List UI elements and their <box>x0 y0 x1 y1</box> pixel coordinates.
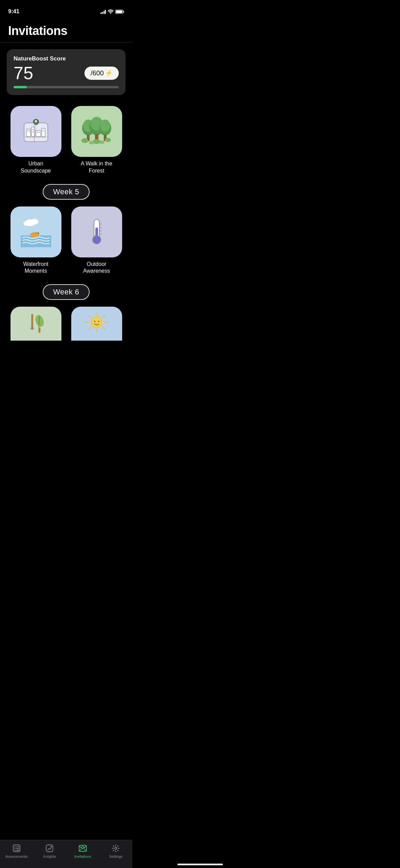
svg-point-33 <box>99 141 104 144</box>
progress-bar-background <box>14 86 119 88</box>
bolt-icon: ⚡ <box>105 69 113 77</box>
svg-rect-13 <box>39 132 40 133</box>
partial2-icon-wrap <box>71 307 122 341</box>
svg-point-66 <box>94 321 95 322</box>
activity-partial-1[interactable] <box>8 307 63 341</box>
svg-point-41 <box>38 233 39 234</box>
score-number: 75 <box>14 64 33 82</box>
svg-line-62 <box>103 327 105 329</box>
svg-rect-56 <box>38 327 40 333</box>
forest-walk-label: A Walk in theForest <box>81 160 112 175</box>
week5-badge-row: Week 5 <box>0 184 132 200</box>
partial2-svg <box>80 308 114 339</box>
score-label: NatureBoost Score <box>14 55 119 62</box>
week6-grid <box>0 307 132 341</box>
week6-badge: Week 6 <box>43 284 89 300</box>
svg-point-16 <box>35 120 37 122</box>
week5-badge: Week 5 <box>43 184 89 200</box>
outdoor-svg <box>78 213 115 251</box>
status-icons <box>100 10 125 14</box>
svg-rect-2 <box>116 10 122 13</box>
scroll-content: UrbanSoundscape <box>0 95 132 341</box>
outdoor-label: OutdoorAwareness <box>83 261 110 275</box>
forest-walk-svg <box>78 113 115 150</box>
score-card: NatureBoost Score 75 /600 ⚡ <box>7 49 126 95</box>
forest-walk-icon-wrap <box>71 106 122 157</box>
svg-rect-53 <box>31 314 33 329</box>
svg-rect-8 <box>27 130 28 131</box>
waterfront-label: WaterfrontMoments <box>23 261 48 275</box>
svg-point-37 <box>23 221 30 226</box>
svg-point-31 <box>105 138 111 142</box>
urban-soundscape-label: UrbanSoundscape <box>21 160 51 175</box>
svg-point-54 <box>34 314 45 328</box>
page-title: Invitations <box>8 24 124 38</box>
score-max-badge: /600 ⚡ <box>84 67 119 80</box>
svg-point-67 <box>98 321 99 322</box>
activity-forest-walk[interactable]: A Walk in theForest <box>69 106 124 175</box>
status-time: 9:41 <box>8 8 19 15</box>
svg-point-32 <box>89 141 94 144</box>
partial1-icon-wrap <box>11 307 61 341</box>
partial1-svg <box>19 308 53 339</box>
svg-point-65 <box>91 317 102 328</box>
svg-point-27 <box>100 120 110 132</box>
page-header: Invitations <box>0 18 132 42</box>
svg-rect-12 <box>37 132 38 133</box>
svg-rect-7 <box>42 128 45 137</box>
status-bar: 9:41 <box>0 0 132 18</box>
svg-rect-9 <box>29 130 30 131</box>
svg-rect-14 <box>43 130 44 131</box>
battery-icon <box>115 10 124 14</box>
svg-point-36 <box>30 219 38 225</box>
signal-icon <box>100 10 106 14</box>
waterfront-svg <box>17 213 55 251</box>
svg-line-64 <box>88 327 90 329</box>
score-row: 75 /600 ⚡ <box>14 64 119 82</box>
activity-outdoor[interactable]: OutdoorAwareness <box>69 206 124 275</box>
progress-bar-fill <box>14 86 27 88</box>
activity-urban-soundscape[interactable]: UrbanSoundscape <box>8 106 63 175</box>
svg-rect-4 <box>26 129 31 137</box>
outdoor-icon-wrap <box>71 206 122 257</box>
week5-bottom-grid: WaterfrontMoments <box>0 206 132 275</box>
wifi-icon <box>108 10 113 14</box>
svg-point-29 <box>81 138 88 143</box>
svg-line-63 <box>103 315 105 318</box>
svg-rect-6 <box>36 130 41 137</box>
week5-top-grid: UrbanSoundscape <box>0 106 132 175</box>
waterfront-icon-wrap <box>11 206 61 257</box>
svg-line-61 <box>88 315 90 318</box>
svg-rect-1 <box>123 11 124 13</box>
urban-soundscape-icon-wrap <box>11 106 61 157</box>
score-max-text: /600 <box>91 69 104 77</box>
week6-badge-row: Week 6 <box>0 284 132 300</box>
svg-rect-10 <box>33 129 34 130</box>
activity-waterfront[interactable]: WaterfrontMoments <box>8 206 63 275</box>
svg-point-40 <box>36 232 39 235</box>
svg-point-44 <box>93 236 101 244</box>
urban-soundscape-svg <box>17 113 55 150</box>
svg-rect-11 <box>33 131 34 132</box>
activity-partial-2[interactable] <box>69 307 124 341</box>
